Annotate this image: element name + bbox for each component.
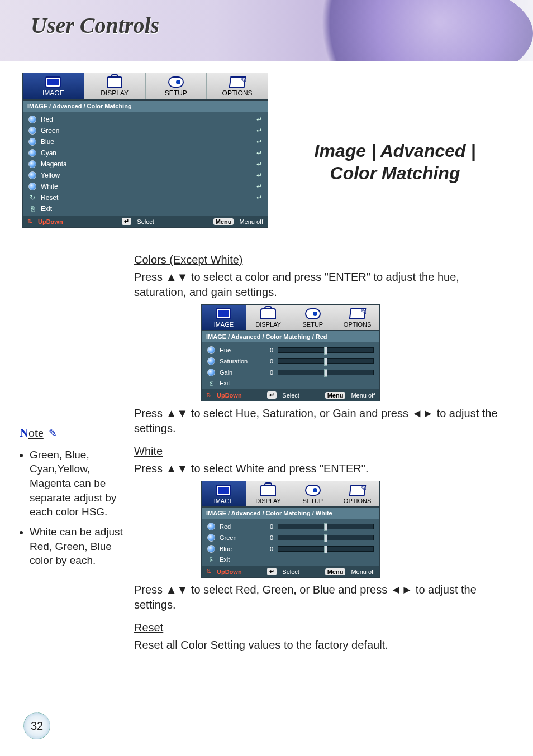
item-magenta[interactable]: Magenta↵ (25, 159, 265, 170)
options-icon (229, 76, 246, 88)
tab-setup[interactable]: SETUP (146, 73, 207, 99)
osd3-breadcrumb: IMAGE / Advanced / Color Matching / Whit… (202, 508, 379, 519)
bullet-icon (207, 369, 215, 376)
slider-thumb[interactable] (324, 347, 327, 355)
updown-icon: ⇅ (206, 391, 211, 399)
slider-track[interactable] (278, 370, 374, 375)
exit-icon (207, 380, 215, 386)
osd1-breadcrumb: IMAGE / Advanced / Color Matching (23, 101, 268, 112)
display-icon (260, 485, 276, 496)
enter-icon: ↵ (256, 116, 262, 123)
tab-display[interactable]: DISPLAY (84, 73, 146, 99)
slider-thumb[interactable] (324, 369, 327, 377)
bullet-icon (207, 545, 215, 553)
image-icon (216, 308, 231, 319)
slider-hue[interactable]: Hue0 (204, 344, 377, 356)
slider-track[interactable] (278, 358, 374, 364)
enter-icon: ↵ (256, 160, 262, 168)
note-label: Note (20, 424, 131, 441)
enter-icon: ↵ (256, 127, 262, 135)
item-exit[interactable]: Exit (204, 378, 377, 388)
slider-red[interactable]: Red0 (204, 521, 377, 532)
item-reset[interactable]: Reset↵ (25, 192, 265, 203)
slider-thumb[interactable] (324, 534, 327, 542)
bullet-icon (207, 523, 215, 530)
tab-options[interactable]: OPTIONS (207, 73, 268, 99)
reset-icon (28, 194, 36, 202)
item-exit[interactable]: Exit (204, 554, 377, 564)
menu-pill: Menu (213, 218, 234, 225)
exit-icon (28, 205, 36, 213)
updown-icon: ⇅ (206, 568, 211, 575)
item-green[interactable]: Green↵ (25, 125, 265, 136)
tab-options[interactable]: OPTIONS (335, 481, 379, 506)
para-colors: Press ▲▼ to select a color and press "EN… (134, 270, 511, 300)
page-number: 32 (23, 712, 50, 739)
slider-track[interactable] (278, 347, 374, 353)
para-reset: Reset all Color Setting values to the fa… (134, 638, 511, 653)
bullet-icon (28, 116, 36, 123)
item-yellow[interactable]: Yellow↵ (25, 170, 265, 181)
setup-icon (168, 76, 184, 88)
options-icon (349, 485, 366, 496)
exit-icon (207, 556, 215, 563)
select-pill-icon: ↵ (122, 218, 131, 225)
osd-color-matching: IMAGE DISPLAY SETUP OPTIONS IMAGE / Adva… (22, 73, 268, 228)
para-hsg: Press ▲▼ to select Hue, Saturation, or G… (134, 406, 511, 436)
enter-icon: ↵ (256, 171, 262, 179)
tab-display[interactable]: DISPLAY (246, 305, 291, 330)
tab-setup[interactable]: SETUP (291, 481, 336, 506)
bullet-icon (28, 160, 36, 168)
footer-menuoff: Menu off (239, 218, 263, 225)
slider-thumb[interactable] (324, 358, 327, 366)
para-white1: Press ▲▼ to select White and press "ENTE… (134, 461, 511, 476)
osd-color-white: IMAGE DISPLAY SETUP OPTIONS IMAGE / Adva… (201, 481, 380, 578)
slider-track[interactable] (278, 535, 374, 540)
slider-track[interactable] (278, 546, 374, 552)
item-blue[interactable]: Blue↵ (25, 136, 265, 147)
slider-thumb[interactable] (324, 523, 327, 531)
image-icon (45, 76, 61, 88)
slider-gain[interactable]: Gain0 (204, 367, 377, 378)
slider-blue[interactable]: Blue0 (204, 543, 377, 554)
osd-color-red: IMAGE DISPLAY SETUP OPTIONS IMAGE / Adva… (201, 304, 380, 401)
footer-updown: UpDown (38, 218, 63, 225)
section-title: Image | Advanced | Color Matching (279, 140, 511, 228)
para-white2: Press ▲▼ to select Red, Green, or Blue a… (134, 582, 511, 613)
setup-icon (305, 308, 321, 319)
bullet-icon (28, 183, 36, 190)
heading-colors: Colors (Except White) (134, 253, 511, 266)
osd-tabs: IMAGE DISPLAY SETUP OPTIONS (23, 73, 268, 101)
enter-icon: ↵ (256, 194, 262, 202)
updown-icon: ⇅ (27, 218, 32, 225)
bullet-icon (28, 138, 36, 146)
heading-white: White (134, 445, 511, 458)
slider-saturation[interactable]: Saturation0 (204, 356, 377, 367)
item-red[interactable]: Red↵ (25, 114, 265, 125)
footer-select: Select (137, 218, 154, 225)
tab-image[interactable]: IMAGE (23, 73, 84, 99)
slider-green[interactable]: Green0 (204, 532, 377, 543)
item-white[interactable]: White↵ (25, 181, 265, 192)
note-item: Green, Blue, Cyan,Yellow, Magenta can be… (30, 448, 131, 519)
tab-display[interactable]: DISPLAY (246, 481, 291, 506)
heading-reset: Reset (134, 621, 511, 634)
page-title: User Controls (31, 12, 159, 39)
enter-icon: ↵ (256, 183, 262, 190)
tab-options[interactable]: OPTIONS (335, 305, 379, 330)
tab-image[interactable]: IMAGE (202, 305, 246, 330)
slider-track[interactable] (278, 524, 374, 529)
tab-image[interactable]: IMAGE (202, 481, 246, 506)
bullet-icon (28, 149, 36, 157)
image-icon (216, 485, 231, 496)
bullet-icon (28, 127, 36, 135)
display-icon (107, 76, 122, 88)
tab-setup[interactable]: SETUP (291, 305, 336, 330)
item-cyan[interactable]: Cyan↵ (25, 147, 265, 159)
slider-thumb[interactable] (324, 546, 327, 553)
setup-icon (305, 485, 321, 496)
item-exit[interactable]: Exit (25, 203, 265, 214)
bullet-icon (28, 171, 36, 179)
bullet-icon (207, 346, 215, 354)
enter-icon: ↵ (256, 138, 262, 146)
